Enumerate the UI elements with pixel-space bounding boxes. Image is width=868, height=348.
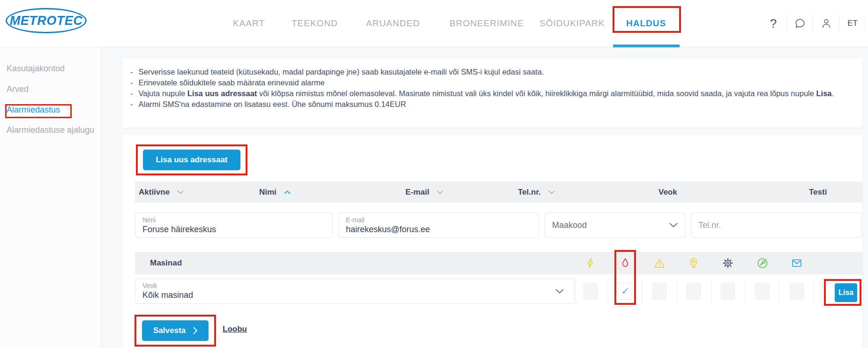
sort-chevron-up-icon [284,190,291,194]
checkmark-icon: ✓ [621,286,629,297]
add-recipient-wrap: Lisa uus adressaat [143,150,240,170]
user-icon [820,17,832,30]
machines-section-label: Masinad [150,258,182,268]
nav-item-teekond[interactable]: TEEKOND [292,0,338,47]
annotation-box-alarmiedastus [5,104,72,118]
divider [676,279,677,304]
active-tab-underline [613,45,680,47]
sort-chevron-down-icon [437,190,443,194]
sidebar-item-kasutajakontod[interactable]: Kasutajakontod [0,61,101,76]
alarm-checkbox-lightning[interactable] [584,283,598,300]
save-wrap: Salvesta [142,320,209,341]
chevron-right-icon [193,327,197,334]
sidebar-item-alarmiedastuse-ajalugu[interactable]: Alarmiedastuse ajalugu [0,122,101,137]
cancel-link[interactable]: Loobu [223,325,247,334]
divider [608,279,608,304]
info-bullet: - Vajuta nupule Lisa uus adressaat või k… [130,88,851,99]
truck-select-label: Veok [142,282,564,289]
column-header-veok: Veok [658,182,677,203]
column-header-telnr[interactable]: Tel.nr. [518,182,555,203]
email-input[interactable] [346,225,531,235]
nav-item-broneerimine[interactable]: BRONEERIMINE [449,0,524,47]
divider [642,279,643,304]
country-code-placeholder: Maakood [552,220,587,230]
gear-icon [722,257,734,269]
nav-item-kaart[interactable]: KAART [233,0,265,47]
info-bullet: - Alarmi SMS'na edastamine on lisatasu e… [130,99,851,110]
truck-select[interactable]: Veok Kõik masinad [135,279,576,304]
table-header-row: Aktiivne Nimi E-mail Tel.nr. [135,182,862,203]
info-panel: - Serverisse laekunud teateid (kütusekad… [123,58,862,128]
nav-item-aruanded[interactable]: ARUANDED [366,0,420,47]
divider [779,279,780,304]
email-field-label: E-mail [346,216,531,224]
add-new-recipient-button[interactable]: Lisa uus adressaat [143,150,240,170]
warning-triangle-icon [653,257,666,269]
alarm-checkbox-pin[interactable] [687,283,701,300]
alarm-checkbox-gear[interactable] [721,283,735,300]
chevron-down-icon [669,223,678,227]
divider [814,279,814,304]
wrench-circle-icon [756,257,769,269]
annotation-box-haldus [613,6,681,33]
info-bullet: - Erinevatele sõidukitele saab määrata e… [130,77,851,88]
user-button[interactable] [813,0,839,47]
location-pin-icon [688,257,700,269]
droplet-icon [619,257,631,269]
language-code: ET [847,19,858,28]
email-field-box: E-mail [338,212,539,238]
bullet-text: Serverisse laekunud teateid (kütusekadu,… [139,67,544,77]
save-button[interactable]: Salvesta [142,320,209,341]
info-bullet: - Serverisse laekunud teateid (kütusekad… [130,67,851,77]
divider [574,279,574,304]
bullet-text: Alarmi SMS'na edastamine on lisatasu ees… [139,99,406,110]
column-header-nimi[interactable]: Nimi [259,182,291,203]
nav-item-haldus[interactable]: HALDUS [626,0,666,47]
column-header-testi: Testi [809,182,827,203]
metrotec-logo[interactable]: METROTEC [6,8,87,33]
chevron-down-icon [555,289,564,294]
logo-text: METROTEC [10,14,83,28]
chat-bubble-icon [794,17,806,30]
alarm-checkbox-warning[interactable] [652,283,666,300]
alarm-checkbox-wrench[interactable] [756,283,770,300]
name-input[interactable] [142,225,325,235]
phone-field-box [691,212,861,238]
alarm-checkbox-envelope[interactable] [790,283,804,300]
phone-input[interactable] [698,220,854,230]
chat-button[interactable] [787,0,813,47]
bullet-text: Vajuta nupule Lisa uus adressaat või klõ… [139,88,834,99]
name-field-label: Nimi [142,216,325,224]
alarm-checkbox-droplet[interactable]: ✓ [618,283,632,300]
bullet-text: Erinevatele sõidukitele saab määrata eri… [139,77,325,88]
alarm-recipient-panel: Lisa uus adressaat Aktiivne Nimi E-mail [123,135,862,348]
column-header-aktiivne[interactable]: Aktiivne [139,182,184,203]
lightning-icon [584,257,597,269]
divider [745,279,746,304]
envelope-icon [791,257,803,269]
divider [711,279,711,304]
sort-chevron-down-icon [548,190,555,194]
nav-item-soidukipark[interactable]: SÕIDUKIPARK [539,0,605,47]
app-root: METROTEC KAART TEEKOND ARUANDED BRONEERI… [0,0,868,348]
row-add-button[interactable]: Lisa [835,283,857,302]
machines-section-row: Masinad [135,252,862,274]
help-button[interactable]: ? [760,0,786,47]
sidebar: Kasutajakontod Arved Alarmiedastus Alarm… [0,47,101,348]
column-header-email[interactable]: E-mail [405,182,443,203]
language-selector[interactable]: ET [839,0,866,47]
sidebar-item-arved[interactable]: Arved [0,82,101,97]
country-code-select[interactable]: Maakood [545,212,685,238]
truck-select-value: Kõik masinad [142,290,564,300]
help-icon: ? [770,16,777,31]
divider [865,15,866,32]
top-bar: METROTEC KAART TEEKOND ARUANDED BRONEERI… [0,0,868,47]
name-field-box: Nimi [135,212,333,238]
sort-chevron-down-icon [177,190,184,194]
